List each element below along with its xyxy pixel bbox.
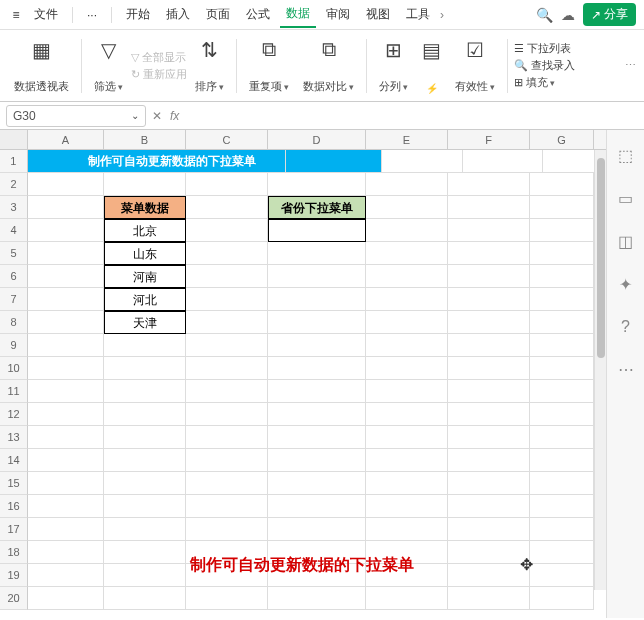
cell[interactable] [28,426,104,449]
cell[interactable] [366,403,448,426]
cell[interactable] [268,173,366,196]
tab-insert[interactable]: 插入 [160,2,196,27]
cell[interactable] [448,265,530,288]
cell[interactable] [268,242,366,265]
cell[interactable] [366,426,448,449]
cell[interactable] [28,495,104,518]
cell[interactable] [186,495,268,518]
cell[interactable] [104,380,186,403]
pivot-button[interactable]: ▦ 数据透视表 [8,36,75,96]
cell[interactable] [530,196,594,219]
cell[interactable] [268,587,366,610]
file-menu[interactable]: 文件 [28,2,64,27]
cell[interactable] [28,357,104,380]
cell[interactable] [448,541,530,564]
col-header[interactable]: F [448,130,530,149]
row-header[interactable]: 13 [0,426,28,449]
cell[interactable] [366,334,448,357]
cell[interactable] [28,587,104,610]
col-header[interactable]: E [366,130,448,149]
cell[interactable] [28,403,104,426]
cell[interactable] [268,357,366,380]
cell[interactable] [268,334,366,357]
cell[interactable] [382,150,463,173]
tab-tools[interactable]: 工具 [400,2,436,27]
cell[interactable] [448,334,530,357]
row-header[interactable]: 9 [0,334,28,357]
cell[interactable] [268,380,366,403]
cell[interactable] [186,265,268,288]
cell[interactable] [186,518,268,541]
row-header[interactable]: 2 [0,173,28,196]
row-header[interactable]: 16 [0,495,28,518]
cell[interactable]: 天津 [104,311,186,334]
tab-page[interactable]: 页面 [200,2,236,27]
cell[interactable] [104,334,186,357]
row-header[interactable]: 17 [0,518,28,541]
row-header[interactable]: 3 [0,196,28,219]
cell[interactable] [366,196,448,219]
cell[interactable] [186,242,268,265]
tab-view[interactable]: 视图 [360,2,396,27]
row-header[interactable]: 7 [0,288,28,311]
duplicates-button[interactable]: ⧉ 重复项 [243,36,295,96]
cell[interactable] [286,150,382,173]
hamburger-icon[interactable]: ≡ [8,8,24,22]
row-header[interactable]: 14 [0,449,28,472]
cell[interactable] [186,449,268,472]
cell[interactable] [530,564,594,587]
row-header[interactable]: 11 [0,380,28,403]
cell[interactable] [186,173,268,196]
cell[interactable] [530,587,594,610]
col-header[interactable]: A [28,130,104,149]
spreadsheet-grid[interactable]: A B C D E F G 1制作可自动更新数据的下拉菜单23菜单数据省份下拉菜… [0,130,606,618]
cell[interactable] [448,495,530,518]
cell[interactable]: 山东 [104,242,186,265]
cloud-icon[interactable]: ☁ [561,7,575,23]
cell[interactable] [28,541,104,564]
cell[interactable]: 北京 [104,219,186,242]
cell[interactable] [530,242,594,265]
row-header[interactable]: 15 [0,472,28,495]
cell[interactable] [366,311,448,334]
cell[interactable] [28,242,104,265]
cell[interactable] [530,173,594,196]
cell[interactable] [448,357,530,380]
cell[interactable] [28,334,104,357]
cell[interactable] [530,495,594,518]
dropdown-list-button[interactable]: ☰下拉列表 [514,41,575,56]
cell[interactable] [104,541,186,564]
cell[interactable] [530,357,594,380]
row-header[interactable]: 1 [0,150,28,173]
cell[interactable] [28,219,104,242]
style-icon[interactable]: ▭ [618,189,633,208]
cell[interactable]: 河北 [104,288,186,311]
cell[interactable] [366,173,448,196]
cell[interactable] [104,426,186,449]
select-all-corner[interactable] [0,130,28,149]
row-header[interactable]: 10 [0,357,28,380]
cell[interactable] [268,311,366,334]
cell[interactable] [268,518,366,541]
cell[interactable] [186,403,268,426]
row-header[interactable]: 6 [0,265,28,288]
cell[interactable] [268,288,366,311]
cell[interactable] [366,380,448,403]
cell[interactable] [366,357,448,380]
row-header[interactable]: 20 [0,587,28,610]
cell[interactable] [448,380,530,403]
cell[interactable] [530,288,594,311]
cell[interactable] [28,564,104,587]
cell[interactable] [366,587,448,610]
cell[interactable] [366,219,448,242]
col-header[interactable]: C [186,130,268,149]
cell[interactable] [448,288,530,311]
more-menu[interactable]: ··· [81,4,103,26]
cell[interactable] [366,518,448,541]
cell[interactable] [186,472,268,495]
cell[interactable] [104,518,186,541]
cell[interactable] [186,219,268,242]
cell[interactable] [530,403,594,426]
cell[interactable] [186,311,268,334]
row-header[interactable]: 5 [0,242,28,265]
